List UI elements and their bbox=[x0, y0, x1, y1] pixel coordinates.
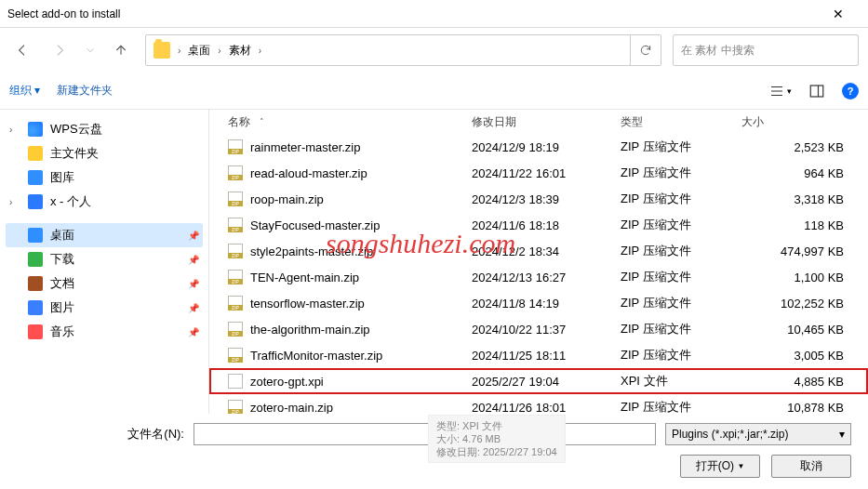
file-row[interactable]: the-algorithm-main.zip2024/10/22 11:37ZI… bbox=[209, 316, 868, 342]
file-row[interactable]: zotero-main.zip2024/11/26 18:01ZIP 压缩文件1… bbox=[209, 394, 868, 414]
search-input[interactable]: 在 素材 中搜索 bbox=[673, 34, 859, 66]
file-row[interactable]: TEN-Agent-main.zip2024/12/13 16:27ZIP 压缩… bbox=[209, 264, 868, 290]
file-row[interactable]: TrafficMonitor-master.zip2024/11/25 18:1… bbox=[209, 342, 868, 368]
filetype-filter[interactable]: Plugins (*.xpi;*.jar;*.zip)▾ bbox=[665, 423, 851, 445]
file-date: 2024/12/3 18:39 bbox=[472, 192, 621, 206]
preview-pane-button[interactable] bbox=[808, 83, 825, 99]
pin-icon: 📌 bbox=[188, 231, 199, 241]
sidebar-item-label: 下载 bbox=[50, 251, 74, 268]
sidebar-item[interactable]: ›WPS云盘 bbox=[6, 117, 203, 141]
zip-icon bbox=[228, 322, 243, 337]
column-type[interactable]: 类型 bbox=[621, 114, 741, 130]
close-button[interactable]: ✕ bbox=[818, 1, 859, 27]
home-icon bbox=[28, 146, 43, 161]
zip-icon bbox=[228, 192, 243, 206]
chevron-right-icon: › bbox=[178, 46, 180, 56]
refresh-button[interactable] bbox=[630, 34, 661, 66]
file-row[interactable]: StayFocused-master.zip2024/11/6 18:18ZIP… bbox=[209, 212, 868, 238]
help-button[interactable]: ? bbox=[842, 83, 859, 99]
file-date: 2024/12/2 18:34 bbox=[472, 244, 621, 258]
file-type: ZIP 压缩文件 bbox=[621, 217, 741, 233]
sidebar-item-label: 主文件夹 bbox=[50, 145, 99, 162]
column-date[interactable]: 修改日期 bbox=[472, 114, 621, 130]
file-row[interactable]: roop-main.zip2024/12/3 18:39ZIP 压缩文件3,31… bbox=[209, 186, 868, 212]
file-size: 102,252 KB bbox=[741, 297, 853, 311]
file-row[interactable]: style2paints-master.zip2024/12/2 18:34ZI… bbox=[209, 238, 868, 264]
sidebar-item[interactable]: 音乐📌 bbox=[6, 320, 203, 344]
file-name: roop-main.zip bbox=[250, 192, 324, 206]
file-size: 474,997 KB bbox=[741, 244, 853, 258]
sidebar-item[interactable]: 主文件夹 bbox=[6, 141, 203, 165]
filename-input[interactable] bbox=[194, 423, 656, 445]
sidebar-item[interactable]: 图库 bbox=[6, 165, 203, 190]
sidebar-item[interactable]: 图片📌 bbox=[6, 296, 203, 320]
file-size: 3,318 KB bbox=[741, 192, 853, 206]
organize-button[interactable]: 组织 ▾ bbox=[9, 83, 40, 99]
pin-icon: 📌 bbox=[188, 303, 199, 313]
sidebar-item-label: 图库 bbox=[50, 169, 74, 186]
breadcrumb-part[interactable]: 桌面 bbox=[188, 43, 210, 59]
filename-label: 文件名(N): bbox=[17, 426, 184, 443]
sidebar-item-label: WPS云盘 bbox=[50, 121, 102, 138]
folder-icon bbox=[154, 42, 170, 59]
file-size: 3,005 KB bbox=[741, 349, 853, 363]
file-date: 2024/12/9 18:19 bbox=[472, 140, 621, 154]
titlebar: Select add-on to install ✕ bbox=[0, 0, 868, 28]
sidebar-item-label: 文档 bbox=[50, 275, 74, 292]
file-type: ZIP 压缩文件 bbox=[621, 243, 741, 259]
file-date: 2024/11/8 14:19 bbox=[472, 297, 621, 311]
column-size[interactable]: 大小 bbox=[741, 114, 853, 130]
file-type: ZIP 压缩文件 bbox=[621, 295, 741, 311]
column-headers: 名称˄ 修改日期 类型 大小 bbox=[209, 110, 868, 134]
file-name: StayFocused-master.zip bbox=[250, 218, 380, 232]
sidebar-item[interactable]: ›x - 个人 bbox=[6, 190, 203, 214]
up-button[interactable] bbox=[108, 37, 134, 63]
file-list: rainmeter-master.zip2024/12/9 18:19ZIP 压… bbox=[209, 134, 868, 414]
file-date: 2024/11/25 18:11 bbox=[472, 349, 621, 363]
file-name: tensorflow-master.zip bbox=[250, 297, 365, 311]
pin-icon: 📌 bbox=[188, 255, 199, 265]
open-button[interactable]: 打开(O) ▼ bbox=[680, 455, 760, 478]
file-date: 2024/10/22 11:37 bbox=[472, 323, 621, 337]
dl-icon bbox=[28, 252, 43, 267]
file-size: 10,878 KB bbox=[741, 401, 853, 415]
expand-icon: › bbox=[9, 197, 20, 207]
file-size: 118 KB bbox=[741, 218, 853, 232]
file-name: TEN-Agent-main.zip bbox=[250, 271, 359, 284]
view-menu-button[interactable]: ▾ bbox=[768, 83, 792, 99]
pic-icon bbox=[28, 300, 43, 315]
pin-icon: 📌 bbox=[188, 279, 199, 289]
back-button[interactable] bbox=[9, 37, 35, 63]
file-date: 2024/12/13 16:27 bbox=[472, 271, 621, 284]
sort-asc-icon: ˄ bbox=[260, 117, 264, 126]
file-name: zotero-main.zip bbox=[250, 401, 333, 415]
sidebar-item-label: x - 个人 bbox=[50, 193, 91, 210]
forward-button[interactable] bbox=[47, 37, 73, 63]
file-type: ZIP 压缩文件 bbox=[621, 321, 741, 337]
file-date: 2024/11/22 16:01 bbox=[472, 166, 621, 180]
column-name[interactable]: 名称˄ bbox=[228, 114, 472, 130]
file-row[interactable]: zotero-gpt.xpi2025/2/27 19:04XPI 文件4,885… bbox=[209, 368, 868, 394]
file-date: 2024/11/26 18:01 bbox=[472, 401, 621, 415]
sidebar-item[interactable]: 桌面📌 bbox=[6, 223, 203, 247]
sidebar: ›WPS云盘主文件夹图库›x - 个人 桌面📌下载📌文档📌图片📌音乐📌 bbox=[0, 110, 209, 414]
sidebar-item[interactable]: 下载📌 bbox=[6, 247, 203, 271]
file-name: style2paints-master.zip bbox=[250, 244, 373, 258]
file-name: rainmeter-master.zip bbox=[250, 140, 360, 154]
file-row[interactable]: read-aloud-master.zip2024/11/22 16:01ZIP… bbox=[209, 160, 868, 186]
address-bar[interactable]: › 桌面 › 素材 › bbox=[145, 34, 631, 66]
file-row[interactable]: tensorflow-master.zip2024/11/8 14:19ZIP … bbox=[209, 290, 868, 316]
cancel-button[interactable]: 取消 bbox=[771, 455, 851, 478]
file-type: ZIP 压缩文件 bbox=[621, 399, 741, 414]
doc-icon bbox=[28, 276, 43, 291]
file-row[interactable]: rainmeter-master.zip2024/12/9 18:19ZIP 压… bbox=[209, 134, 868, 160]
new-folder-button[interactable]: 新建文件夹 bbox=[57, 83, 113, 99]
recent-dropdown[interactable] bbox=[84, 37, 97, 63]
sidebar-item[interactable]: 文档📌 bbox=[6, 271, 203, 296]
pin-icon: 📌 bbox=[188, 327, 199, 337]
breadcrumb-part[interactable]: 素材 bbox=[229, 43, 251, 59]
mus-icon bbox=[28, 324, 43, 339]
cloud-c-icon bbox=[28, 194, 43, 209]
chevron-right-icon: › bbox=[259, 46, 261, 56]
file-tooltip: 类型: XPI 文件 大小: 4.76 MB 修改日期: 2025/2/27 1… bbox=[428, 415, 566, 463]
